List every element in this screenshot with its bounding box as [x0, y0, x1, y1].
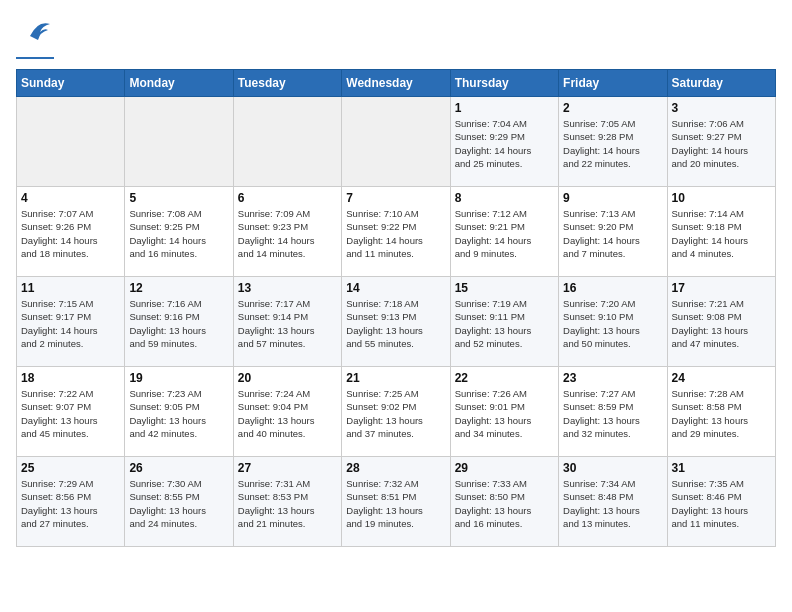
- day-number: 30: [563, 461, 662, 475]
- day-info: Sunrise: 7:34 AM Sunset: 8:48 PM Dayligh…: [563, 477, 662, 530]
- day-cell: 10Sunrise: 7:14 AM Sunset: 9:18 PM Dayli…: [667, 187, 775, 277]
- week-row-2: 4Sunrise: 7:07 AM Sunset: 9:26 PM Daylig…: [17, 187, 776, 277]
- day-number: 28: [346, 461, 445, 475]
- day-cell: 3Sunrise: 7:06 AM Sunset: 9:27 PM Daylig…: [667, 97, 775, 187]
- day-cell: 13Sunrise: 7:17 AM Sunset: 9:14 PM Dayli…: [233, 277, 341, 367]
- day-number: 23: [563, 371, 662, 385]
- logo: [16, 16, 54, 59]
- day-number: 3: [672, 101, 771, 115]
- day-info: Sunrise: 7:10 AM Sunset: 9:22 PM Dayligh…: [346, 207, 445, 260]
- day-cell: 16Sunrise: 7:20 AM Sunset: 9:10 PM Dayli…: [559, 277, 667, 367]
- day-info: Sunrise: 7:27 AM Sunset: 8:59 PM Dayligh…: [563, 387, 662, 440]
- day-info: Sunrise: 7:14 AM Sunset: 9:18 PM Dayligh…: [672, 207, 771, 260]
- day-number: 18: [21, 371, 120, 385]
- day-cell: 19Sunrise: 7:23 AM Sunset: 9:05 PM Dayli…: [125, 367, 233, 457]
- day-cell: 12Sunrise: 7:16 AM Sunset: 9:16 PM Dayli…: [125, 277, 233, 367]
- day-info: Sunrise: 7:22 AM Sunset: 9:07 PM Dayligh…: [21, 387, 120, 440]
- day-cell: [233, 97, 341, 187]
- day-cell: 24Sunrise: 7:28 AM Sunset: 8:58 PM Dayli…: [667, 367, 775, 457]
- day-info: Sunrise: 7:28 AM Sunset: 8:58 PM Dayligh…: [672, 387, 771, 440]
- col-header-wednesday: Wednesday: [342, 70, 450, 97]
- week-row-3: 11Sunrise: 7:15 AM Sunset: 9:17 PM Dayli…: [17, 277, 776, 367]
- day-cell: [125, 97, 233, 187]
- day-number: 17: [672, 281, 771, 295]
- day-info: Sunrise: 7:13 AM Sunset: 9:20 PM Dayligh…: [563, 207, 662, 260]
- day-info: Sunrise: 7:04 AM Sunset: 9:29 PM Dayligh…: [455, 117, 554, 170]
- day-info: Sunrise: 7:29 AM Sunset: 8:56 PM Dayligh…: [21, 477, 120, 530]
- col-header-tuesday: Tuesday: [233, 70, 341, 97]
- day-cell: 18Sunrise: 7:22 AM Sunset: 9:07 PM Dayli…: [17, 367, 125, 457]
- day-info: Sunrise: 7:24 AM Sunset: 9:04 PM Dayligh…: [238, 387, 337, 440]
- day-info: Sunrise: 7:21 AM Sunset: 9:08 PM Dayligh…: [672, 297, 771, 350]
- day-info: Sunrise: 7:09 AM Sunset: 9:23 PM Dayligh…: [238, 207, 337, 260]
- day-cell: 25Sunrise: 7:29 AM Sunset: 8:56 PM Dayli…: [17, 457, 125, 547]
- logo-bird-icon: [22, 16, 54, 55]
- calendar-table: SundayMondayTuesdayWednesdayThursdayFrid…: [16, 69, 776, 547]
- day-cell: 9Sunrise: 7:13 AM Sunset: 9:20 PM Daylig…: [559, 187, 667, 277]
- day-number: 11: [21, 281, 120, 295]
- day-info: Sunrise: 7:20 AM Sunset: 9:10 PM Dayligh…: [563, 297, 662, 350]
- day-info: Sunrise: 7:25 AM Sunset: 9:02 PM Dayligh…: [346, 387, 445, 440]
- day-cell: [342, 97, 450, 187]
- day-number: 21: [346, 371, 445, 385]
- day-info: Sunrise: 7:16 AM Sunset: 9:16 PM Dayligh…: [129, 297, 228, 350]
- day-number: 5: [129, 191, 228, 205]
- day-cell: 8Sunrise: 7:12 AM Sunset: 9:21 PM Daylig…: [450, 187, 558, 277]
- col-header-sunday: Sunday: [17, 70, 125, 97]
- day-info: Sunrise: 7:17 AM Sunset: 9:14 PM Dayligh…: [238, 297, 337, 350]
- day-number: 26: [129, 461, 228, 475]
- day-cell: 17Sunrise: 7:21 AM Sunset: 9:08 PM Dayli…: [667, 277, 775, 367]
- day-cell: 5Sunrise: 7:08 AM Sunset: 9:25 PM Daylig…: [125, 187, 233, 277]
- day-number: 15: [455, 281, 554, 295]
- day-info: Sunrise: 7:19 AM Sunset: 9:11 PM Dayligh…: [455, 297, 554, 350]
- day-number: 1: [455, 101, 554, 115]
- day-number: 16: [563, 281, 662, 295]
- day-info: Sunrise: 7:23 AM Sunset: 9:05 PM Dayligh…: [129, 387, 228, 440]
- day-info: Sunrise: 7:06 AM Sunset: 9:27 PM Dayligh…: [672, 117, 771, 170]
- day-cell: 1Sunrise: 7:04 AM Sunset: 9:29 PM Daylig…: [450, 97, 558, 187]
- day-cell: 26Sunrise: 7:30 AM Sunset: 8:55 PM Dayli…: [125, 457, 233, 547]
- day-info: Sunrise: 7:05 AM Sunset: 9:28 PM Dayligh…: [563, 117, 662, 170]
- day-number: 7: [346, 191, 445, 205]
- week-row-1: 1Sunrise: 7:04 AM Sunset: 9:29 PM Daylig…: [17, 97, 776, 187]
- day-number: 25: [21, 461, 120, 475]
- day-cell: 28Sunrise: 7:32 AM Sunset: 8:51 PM Dayli…: [342, 457, 450, 547]
- day-number: 6: [238, 191, 337, 205]
- day-number: 29: [455, 461, 554, 475]
- day-number: 31: [672, 461, 771, 475]
- day-number: 2: [563, 101, 662, 115]
- day-cell: 6Sunrise: 7:09 AM Sunset: 9:23 PM Daylig…: [233, 187, 341, 277]
- day-cell: 23Sunrise: 7:27 AM Sunset: 8:59 PM Dayli…: [559, 367, 667, 457]
- day-number: 4: [21, 191, 120, 205]
- page-header: [16, 16, 776, 59]
- day-number: 27: [238, 461, 337, 475]
- day-info: Sunrise: 7:33 AM Sunset: 8:50 PM Dayligh…: [455, 477, 554, 530]
- header-row: SundayMondayTuesdayWednesdayThursdayFrid…: [17, 70, 776, 97]
- week-row-5: 25Sunrise: 7:29 AM Sunset: 8:56 PM Dayli…: [17, 457, 776, 547]
- day-number: 24: [672, 371, 771, 385]
- col-header-thursday: Thursday: [450, 70, 558, 97]
- day-number: 9: [563, 191, 662, 205]
- day-info: Sunrise: 7:07 AM Sunset: 9:26 PM Dayligh…: [21, 207, 120, 260]
- day-info: Sunrise: 7:18 AM Sunset: 9:13 PM Dayligh…: [346, 297, 445, 350]
- day-cell: 11Sunrise: 7:15 AM Sunset: 9:17 PM Dayli…: [17, 277, 125, 367]
- day-number: 10: [672, 191, 771, 205]
- col-header-monday: Monday: [125, 70, 233, 97]
- day-cell: 7Sunrise: 7:10 AM Sunset: 9:22 PM Daylig…: [342, 187, 450, 277]
- day-number: 19: [129, 371, 228, 385]
- day-cell: 2Sunrise: 7:05 AM Sunset: 9:28 PM Daylig…: [559, 97, 667, 187]
- week-row-4: 18Sunrise: 7:22 AM Sunset: 9:07 PM Dayli…: [17, 367, 776, 457]
- day-number: 13: [238, 281, 337, 295]
- day-cell: 20Sunrise: 7:24 AM Sunset: 9:04 PM Dayli…: [233, 367, 341, 457]
- day-cell: 22Sunrise: 7:26 AM Sunset: 9:01 PM Dayli…: [450, 367, 558, 457]
- day-cell: 27Sunrise: 7:31 AM Sunset: 8:53 PM Dayli…: [233, 457, 341, 547]
- day-cell: 21Sunrise: 7:25 AM Sunset: 9:02 PM Dayli…: [342, 367, 450, 457]
- day-info: Sunrise: 7:15 AM Sunset: 9:17 PM Dayligh…: [21, 297, 120, 350]
- day-cell: 14Sunrise: 7:18 AM Sunset: 9:13 PM Dayli…: [342, 277, 450, 367]
- day-info: Sunrise: 7:26 AM Sunset: 9:01 PM Dayligh…: [455, 387, 554, 440]
- day-cell: 15Sunrise: 7:19 AM Sunset: 9:11 PM Dayli…: [450, 277, 558, 367]
- day-cell: 31Sunrise: 7:35 AM Sunset: 8:46 PM Dayli…: [667, 457, 775, 547]
- day-number: 14: [346, 281, 445, 295]
- day-info: Sunrise: 7:30 AM Sunset: 8:55 PM Dayligh…: [129, 477, 228, 530]
- day-number: 20: [238, 371, 337, 385]
